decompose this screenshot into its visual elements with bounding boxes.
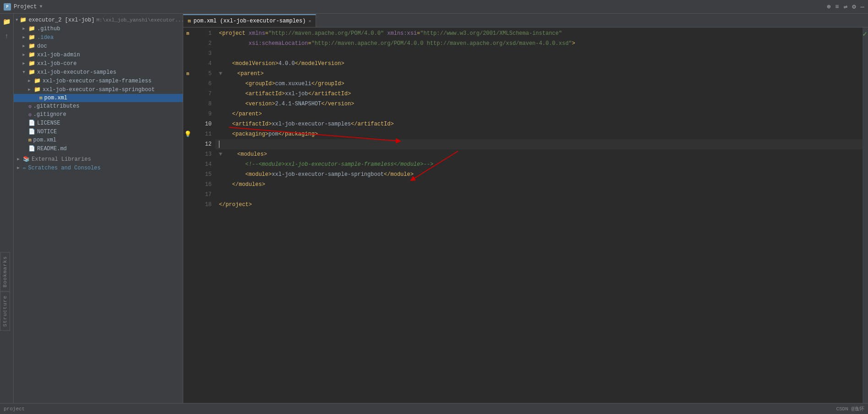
tree-item-notice[interactable]: 📄 NOTICE: [14, 127, 183, 136]
tree-label-admin: xxl-job-admin: [37, 52, 80, 58]
gutter-8: [183, 99, 192, 109]
gutter-15: [183, 169, 192, 180]
folder-icon-springboot: 📁: [34, 86, 41, 93]
sidebar-icon-commit[interactable]: ↑: [1, 30, 13, 42]
add-icon[interactable]: ⊕: [827, 3, 830, 11]
tab-pom[interactable]: m pom.xml (xxl-job-executor-samples) ✕: [183, 14, 316, 27]
tree-label-idea: .idea: [37, 34, 54, 41]
gutter-9: [183, 109, 192, 119]
code-line-10: <artifactId>xxl-job-executor-samples</ar…: [215, 119, 863, 129]
tree-item-gitignore[interactable]: ⚙ .gitignore: [14, 110, 183, 119]
folder-icon-github: 📁: [28, 25, 35, 32]
status-project: project: [4, 406, 25, 412]
tree-label-readme: README.md: [37, 146, 67, 152]
scratches-icon: ✏: [23, 164, 26, 171]
project-label[interactable]: Project: [14, 4, 37, 10]
tab-label-pom: pom.xml (xxl-job-executor-samples): [194, 18, 306, 24]
right-scrollbar[interactable]: ✓: [863, 27, 868, 403]
git-icon-attr: ⚙: [28, 104, 32, 109]
tree-item-xxljobexecutor[interactable]: ▼ 📁 xxl-job-executor-samples: [14, 68, 183, 76]
minimize-icon[interactable]: —: [861, 3, 864, 11]
gutter-16: [183, 180, 192, 190]
lib-icon: 📚: [23, 156, 30, 163]
list-icon[interactable]: ≡: [835, 3, 839, 11]
settings-icon[interactable]: ⚙: [852, 3, 856, 11]
gutter-13: [183, 149, 192, 159]
file-icon-license: 📄: [28, 120, 35, 126]
sync-icon[interactable]: ⇌: [844, 3, 847, 11]
tree-item-gitattributes[interactable]: ⚙ .gitattributes: [14, 102, 183, 110]
gutter-11: 💡: [183, 129, 192, 139]
tree-item-license[interactable]: 📄 LICENSE: [14, 119, 183, 127]
gutter-2: [183, 38, 192, 49]
code-line-12: [215, 139, 863, 149]
tab-icon-pom: m: [188, 18, 191, 24]
gutter-12: [183, 139, 192, 149]
gutter-7: [183, 89, 192, 99]
tree-label-pom: pom.xml: [44, 95, 67, 101]
status-bar-right: CSDN @逸怀: [836, 405, 864, 412]
tree-item-frameless[interactable]: ▶ 📁 xxl-job-executor-sample-frameless: [14, 76, 183, 85]
code-line-13: ▼ <modules>: [215, 149, 863, 159]
code-line-17: [215, 190, 863, 200]
code-content[interactable]: <project xmlns="http://maven.apache.org/…: [215, 27, 863, 403]
checkmark-icon: ✓: [863, 29, 867, 38]
tree-item-springboot[interactable]: ▶ 📁 xxl-job-executor-sample-springboot: [14, 85, 183, 94]
tree-item-xxljobadmin[interactable]: ▶ 📁 xxl-job-admin: [14, 50, 183, 59]
tree-label-pom2: pom.xml: [33, 137, 56, 143]
tab-bar: m pom.xml (xxl-job-executor-samples) ✕: [183, 14, 868, 27]
code-line-16: </modules>: [215, 180, 863, 190]
code-line-7: <artifactId>xxl-job</artifactId>: [215, 89, 863, 99]
tree-item-doc[interactable]: ▶ 📁 doc: [14, 42, 183, 50]
tree-item-pom2[interactable]: m pom.xml: [14, 136, 183, 144]
tree-label-extlibs: External Libraries: [32, 156, 91, 163]
tree-label-license: LICENSE: [37, 120, 60, 126]
project-icon: P: [4, 3, 11, 11]
tree-label-gitattributes: .gitattributes: [33, 103, 80, 109]
gutter-10: [183, 119, 192, 129]
code-line-14: <!--<module>xxl-job-executor-sample-fram…: [215, 159, 863, 169]
gutter-18: [183, 200, 192, 210]
gutter-6: [183, 79, 192, 89]
folder-icon-executor2: 📁: [20, 16, 27, 23]
sidebar-icon-folder[interactable]: 📁: [1, 16, 13, 27]
code-line-5: ▼ <parent>: [215, 69, 863, 79]
tree-item-readme[interactable]: 📄 README.md: [14, 144, 183, 153]
code-line-11: <packaging>pom</packaging>: [215, 129, 863, 139]
structure-tab[interactable]: Structure: [0, 291, 10, 331]
tree-item-executor2[interactable]: ▼ 📁 executor_2 [xxl-job] M:\xxl_job_yans…: [14, 16, 183, 24]
tree-label-springboot: xxl-job-executor-sample-springboot: [43, 87, 155, 93]
tree-item-xxljobcore[interactable]: ▶ 📁 xxl-job-core: [14, 59, 183, 68]
file-icon-readme: 📄: [28, 145, 35, 152]
code-line-4: <modelVersion>4.0.0</modelVersion>: [215, 59, 863, 69]
code-line-8: <version>2.4.1-SNAPSHOT</version>: [215, 99, 863, 109]
folder-icon-admin: 📁: [28, 51, 35, 58]
folder-icon-executor: 📁: [28, 69, 35, 76]
gutter-17: [183, 190, 192, 200]
gutter-4: [183, 59, 192, 69]
sidebar-icon-panel: 📁 ↑: [0, 14, 14, 403]
vertical-tabs-panel: Bookmarks Structure: [0, 252, 10, 331]
dropdown-icon[interactable]: ▼: [39, 4, 42, 9]
folder-icon-core: 📁: [28, 60, 35, 67]
title-bar: P Project ▼ ⊕ ≡ ⇌ ⚙ —: [0, 0, 868, 14]
bookmarks-tab[interactable]: Bookmarks: [0, 252, 10, 291]
tree-label-doc: doc: [37, 43, 47, 49]
line-numbers: 12345 678910 1112131415 161718: [192, 27, 215, 403]
tab-close-pom[interactable]: ✕: [308, 18, 311, 24]
tree-item-extlibs[interactable]: ▶ 📚 External Libraries: [14, 155, 183, 163]
code-editor[interactable]: m m 💡 12345: [183, 27, 868, 403]
tree-item-github[interactable]: ▶ 📁 .github: [14, 24, 183, 33]
tree-item-idea[interactable]: ▶ 📁 .idea: [14, 33, 183, 42]
tree-label-github: .github: [37, 26, 60, 32]
git-icon-ignore: ⚙: [28, 112, 32, 118]
tree-label-core: xxl-job-core: [37, 60, 76, 67]
status-bar: project CSDN @逸怀: [0, 403, 868, 414]
code-line-15: <module>xxl-job-executor-sample-springbo…: [215, 169, 863, 180]
tree-item-pomxml-selected[interactable]: m pom.xml: [14, 94, 183, 102]
tree-item-scratches[interactable]: ▶ ✏ Scratches and Consoles: [14, 163, 183, 172]
tree-label-scratches: Scratches and Consoles: [28, 165, 100, 171]
tree-label-gitignore: .gitignore: [33, 111, 66, 118]
editor-gutter: m m 💡: [183, 27, 192, 403]
folder-icon-frameless: 📁: [34, 77, 41, 84]
